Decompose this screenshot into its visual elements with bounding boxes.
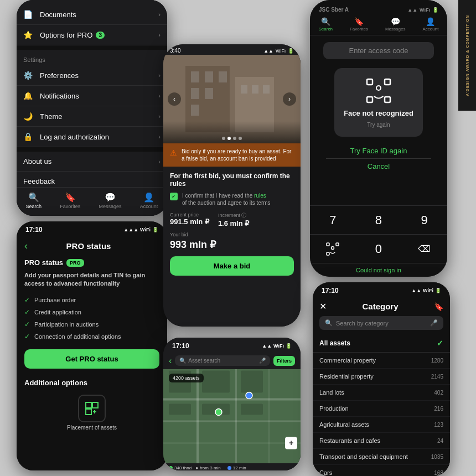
dot [239,137,242,140]
tab-favorites[interactable]: 🔖 Favorites [350,17,368,32]
message-icon: 💬 [105,192,116,203]
bid-price-row: Current price 991.5 mln ₽ Increment ⓘ 1.… [170,212,294,227]
legend-green: 340 thnd ● from 3 min [169,465,221,470]
time-display: 17:10 [25,226,43,234]
settings-item-about[interactable]: About us › [17,152,167,172]
svg-rect-27 [268,369,270,463]
svg-rect-40 [367,97,372,102]
svg-text:+: + [289,438,293,447]
green-dot [169,466,173,470]
status-icons: ▲▲▲ WiFi 🔋 [123,227,158,232]
category-search[interactable]: 🔍 Search by category 🎤 [319,316,443,330]
svg-rect-31 [169,404,191,415]
cat-item-count: 2145 [431,374,443,380]
asset-count-badge: 4200 assets [169,374,204,382]
filter-button[interactable]: Filters [273,356,295,366]
svg-point-46 [332,246,334,249]
tab-messages[interactable]: 💬 Messages [385,17,405,32]
settings-item-documents[interactable]: 📄 Documents › [17,4,167,25]
enter-code-field[interactable]: Enter access code [323,42,434,59]
map-back-button[interactable]: ‹ [169,356,172,366]
category-item-6[interactable]: Transport and special equipment 1035 [313,449,450,465]
svg-rect-22 [163,399,301,401]
tab-account[interactable]: 👤 Account [140,192,158,209]
lock-icon: 🔒 [23,132,34,141]
category-item-5[interactable]: Restaurants and cafes 24 [313,433,450,449]
settings-section-label: Settings [17,50,167,65]
settings-item-notifications[interactable]: 🔔 Notifications › [17,86,167,106]
cat-status-bar: 17:10 ▲▲ WiFi 🔋 [313,282,450,297]
numpad-key-7[interactable]: 7 [310,205,356,234]
pro-description: Add your passport details and TIN to gai… [17,271,167,294]
bookmark-button[interactable]: 🔖 [434,302,443,311]
get-pro-button[interactable]: Get PRO status [24,349,159,369]
numpad-key-faceid[interactable] [310,234,356,263]
bell-icon: 🔔 [23,91,34,100]
try-faceid-button[interactable]: Try Face ID again [326,143,431,158]
bid-checkbox[interactable]: ✓ [170,193,178,200]
bookmark-icon: 🔖 [65,192,76,203]
check-icon: ✓ [24,333,30,340]
blue-dot [227,466,231,470]
numpad-key-8[interactable]: 8 [356,205,402,234]
pro-status-row: PRO status PRO [17,256,167,271]
svg-rect-23 [163,421,301,422]
all-assets-row[interactable]: All assets ✓ [313,334,450,353]
legend-blue-label: 12 min [233,465,246,470]
pro-title: PRO status [32,241,145,251]
close-button[interactable]: ✕ [319,301,327,312]
tab-favorites-label: Favorites [60,204,80,209]
bid-property-image: ‹ › [163,55,301,143]
try-again-text: Try again [367,122,390,128]
settings-item-preferences[interactable]: ⚙️ Preferences › [17,65,167,86]
tab-favorites[interactable]: 🔖 Favorites [60,192,80,209]
category-item-7[interactable]: Cars 168 [313,465,450,476]
filter-label: Filters [277,358,292,364]
pro-badge: 3 [96,32,105,39]
try-faceid-label: Try Face ID again [350,147,407,155]
get-pro-label: Get PRO status [65,355,118,363]
category-item-3[interactable]: Production 216 [313,401,450,417]
bid-status-bar: 3:40 ▲▲ WiFi 🔋 [163,44,301,55]
svg-rect-30 [241,371,263,393]
tab-search[interactable]: 🔍 Search [26,192,42,209]
category-item-1[interactable]: Residential property 2145 [313,369,450,385]
cancel-button[interactable]: Cancel [326,158,431,174]
search-icon: 🔍 [325,319,333,327]
settings-item-auth[interactable]: 🔒 Log and authorization › [17,127,167,147]
bid-checkbox-row[interactable]: ✓ I confirm that I have read the rulesof… [170,192,294,206]
cant-sign-button[interactable]: Could not sign in [310,263,447,277]
feature-label: Connection of additional options [34,333,121,340]
cat-item-count: 1280 [431,358,443,364]
search-icon: 🔍 [28,192,39,203]
numpad-key-9[interactable]: 9 [401,205,447,234]
tab-account[interactable]: 👤 Account [423,17,439,32]
svg-rect-29 [202,371,230,393]
svg-rect-39 [385,79,390,85]
back-button[interactable]: ‹ [24,240,28,252]
category-item-2[interactable]: Land lots 402 [313,385,450,401]
tab-messages[interactable]: 💬 Messages [99,192,122,209]
tab-search[interactable]: 🔍 Search [319,17,333,32]
numpad-key-delete[interactable]: ⌫ [401,234,447,263]
asset-count-text: 4200 assets [173,375,200,381]
settings-item-pro[interactable]: ⭐ Options for PRO 3 › [17,25,167,45]
auth-label: Log and authorization [40,133,109,141]
cat-item-count: 402 [434,390,443,396]
pro-feature-1: ✓ Credit application [17,306,167,318]
make-bid-button[interactable]: Make a bid [170,256,294,276]
category-item-4[interactable]: Agricultural assets 123 [313,417,450,433]
settings-item-theme[interactable]: 🌙 Theme › [17,106,167,127]
category-item-0[interactable]: Commercial property 1280 [313,353,450,369]
placement-icon-box [78,395,106,422]
numpad-key-0[interactable]: 0 [356,234,402,263]
svg-point-35 [246,392,252,399]
divider [17,45,167,50]
image-dots [222,137,242,140]
tab-search-label: Search [26,204,42,209]
cant-sign-label: Could not sign in [356,267,401,273]
map-search-bar[interactable]: 🔍 Asset search 🎤 [175,355,270,366]
map-search-placeholder: Asset search [188,358,220,364]
pro-feature-2: ✓ Participation in auctions [17,318,167,330]
bid-time: 3:40 [170,48,180,54]
